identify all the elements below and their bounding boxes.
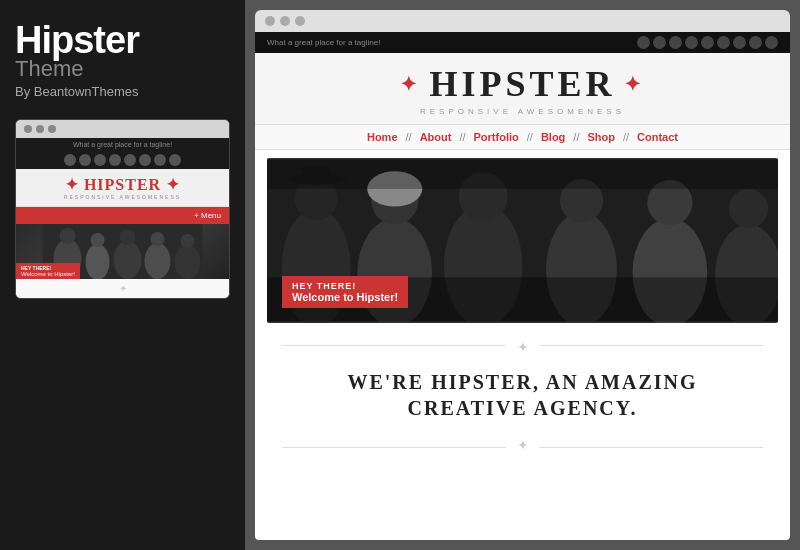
mini-hero: HEY THERE! Welcome to Hipster! [16,224,229,279]
svg-point-6 [120,229,136,245]
nav-bar: Home // About // Portfolio // Blog // Sh… [255,125,790,150]
mini-social-icon-3 [94,154,106,166]
mini-logo-letters: HIPSTER [84,176,161,193]
theme-author: By BeantownThemes [15,84,230,99]
social-icon-vimeo [701,36,714,49]
star-divider-bottom: ✦ [255,433,790,461]
mini-social-icon-5 [124,154,136,166]
mini-logo-area: ✦ HIPSTER ✦ RESPONSIVE AWESOMENESS [16,169,229,207]
top-tagline: What a great place for a tagline! [267,38,380,47]
hero-area: HEY THERE! Welcome to Hipster! [267,158,778,323]
agency-headline-2: CREATIVE AGENCY. [275,395,770,421]
nav-item-blog[interactable]: Blog [533,131,573,143]
mini-browser-bar [16,120,229,138]
star-divider-top: ✦ [255,331,790,359]
browser-dot-3 [295,16,305,26]
mini-star-right: ✦ [166,176,180,193]
mini-dot-3 [48,125,56,133]
mini-menu-button[interactable]: + Menu [16,207,229,224]
mini-logo-sub: RESPONSIVE AWESOMENESS [20,194,225,200]
mini-preview: What a great place for a tagline! ✦ HIPS… [15,119,230,299]
mini-dot-1 [24,125,32,133]
nav-item-shop[interactable]: Shop [579,131,623,143]
browser-content: What a great place for a tagline! ✦ HIPS… [255,32,790,540]
social-icon-instagram [653,36,666,49]
top-bar: What a great place for a tagline! [255,32,790,53]
logo-star-right: ✦ [624,72,645,96]
mini-tagline-text: What a great place for a tagline! [73,141,172,148]
mini-hero-overlay: HEY THERE! Welcome to Hipster! [16,263,80,279]
mini-social-icon-6 [139,154,151,166]
social-icon-extra1 [749,36,762,49]
mini-tagline-bar: What a great place for a tagline! [16,138,229,151]
mini-star-icon: ✦ [119,283,127,294]
mini-hero-tag2: Welcome to Hipster! [21,271,75,277]
svg-point-3 [86,244,110,279]
logo-letters: HIPSTER [429,63,615,105]
browser-chrome [255,10,790,32]
svg-point-10 [181,234,195,248]
browser-dot-2 [280,16,290,26]
mini-dot-2 [36,125,44,133]
nav-item-portfolio[interactable]: Portfolio [466,131,527,143]
social-icon-twitter [637,36,650,49]
star-icon-bottom: ✦ [517,437,529,453]
hero-tag2: Welcome to Hipster! [292,291,398,303]
svg-point-8 [151,232,165,246]
mini-social-icon-7 [154,154,166,166]
social-icon-google [685,36,698,49]
mini-star-left: ✦ [65,176,79,193]
nav-item-home[interactable]: Home [359,131,406,143]
mini-social-bar [16,151,229,169]
agency-text: WE'RE HIPSTER, AN AMAZING CREATIVE AGENC… [255,359,790,433]
svg-point-7 [145,243,171,279]
top-social-icons [637,36,778,49]
svg-rect-28 [267,159,778,188]
agency-headline-1: WE'RE HIPSTER, AN AMAZING [275,369,770,395]
mini-star-divider: ✦ [16,279,229,298]
mini-social-icon-2 [79,154,91,166]
hero-tag1: HEY THERE! [292,281,398,291]
social-icon-facebook [669,36,682,49]
logo-area: ✦ HIPSTER ✦ RESPONSIVE AWESOMENESS [255,53,790,125]
svg-point-26 [729,189,768,228]
social-icon-extra2 [765,36,778,49]
hero-photo: HEY THERE! Welcome to Hipster! [267,158,778,323]
sidebar-title-block: Hipster Theme By BeantownThemes [15,20,230,99]
mini-social-icon-1 [64,154,76,166]
hero-overlay-box: HEY THERE! Welcome to Hipster! [282,276,408,308]
svg-point-5 [114,241,142,279]
svg-point-4 [91,233,105,247]
svg-point-2 [60,228,76,244]
sidebar: Hipster Theme By BeantownThemes What a g… [0,0,245,550]
nav-item-about[interactable]: About [412,131,460,143]
logo-sub: RESPONSIVE AWESOMENESS [255,107,790,116]
browser-dot-1 [265,16,275,26]
mini-social-icon-8 [169,154,181,166]
logo-main: ✦ HIPSTER ✦ [255,63,790,105]
social-icon-pinterest [717,36,730,49]
mini-social-icon-4 [109,154,121,166]
svg-point-9 [175,245,201,279]
social-icon-dribbble [733,36,746,49]
logo-star-left: ✦ [400,72,421,96]
nav-item-contact[interactable]: Contact [629,131,686,143]
star-icon-top: ✦ [517,339,529,355]
main-preview: What a great place for a tagline! ✦ HIPS… [245,0,800,550]
mini-logo-text: ✦ HIPSTER ✦ [20,175,225,194]
